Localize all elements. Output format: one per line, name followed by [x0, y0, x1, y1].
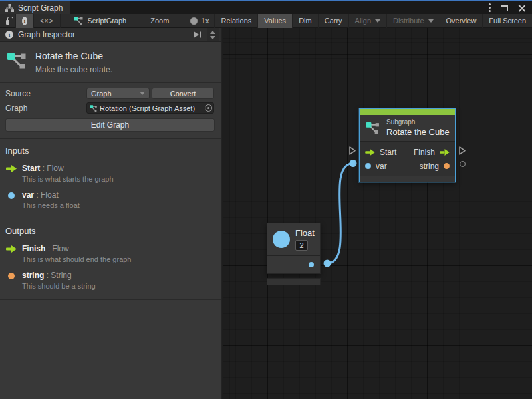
- panel-collapse-icon[interactable]: [193, 31, 202, 39]
- flow-port-icon: [5, 244, 17, 263]
- graph-inspector-panel: Graph Inspector Rotate the Cube Make the…: [0, 28, 222, 399]
- lock-button[interactable]: [0, 14, 16, 28]
- code-icon: [40, 17, 54, 25]
- maximize-icon[interactable]: [501, 5, 508, 11]
- list-item: Start : Flow This is what starts the gra…: [5, 164, 216, 183]
- inputs-section: Inputs Start : Flow This is what starts …: [0, 139, 221, 219]
- graph-field-label: Graph: [5, 104, 86, 113]
- full-screen-button[interactable]: Full Screen: [483, 14, 532, 28]
- info-icon: [5, 31, 13, 39]
- arrow-up-icon[interactable]: [210, 31, 215, 34]
- window-controls: [489, 1, 532, 14]
- zoom-value: 1x: [201, 17, 209, 25]
- graph-toolbar: ScriptGraph Zoom 1x Relations Values Dim…: [0, 14, 532, 28]
- float-output-port-icon[interactable]: [309, 262, 314, 267]
- finish-port-icon[interactable]: [440, 149, 450, 156]
- external-flow-in-port[interactable]: [348, 146, 356, 156]
- graph-settings-section: Source Graph Convert Graph Rotation (Scr: [0, 83, 221, 139]
- close-icon[interactable]: [518, 4, 525, 11]
- overview-button[interactable]: Overview: [440, 14, 483, 28]
- float-output-row: [267, 256, 320, 273]
- flow-port-row: Start Finish: [360, 145, 455, 159]
- zoom-slider[interactable]: [173, 14, 194, 28]
- edit-graph-button[interactable]: Edit Graph: [5, 118, 215, 132]
- string-port-icon: [5, 271, 17, 290]
- tab-script-graph[interactable]: Script Graph: [0, 1, 70, 14]
- carry-button[interactable]: Carry: [319, 14, 349, 28]
- flow-port-icon: [5, 164, 17, 183]
- align-dropdown[interactable]: Align: [349, 14, 387, 28]
- lock-icon: [6, 20, 9, 25]
- graph-title: Rotate the Cube: [35, 51, 112, 61]
- list-item: string : String This should be a string: [5, 271, 216, 290]
- node-kind-label: Subgraph: [386, 118, 450, 126]
- dim-button[interactable]: Dim: [293, 14, 319, 28]
- subgraph-color-bar: [360, 109, 455, 115]
- graph-title-block: Rotate the Cube Make the cube rotate.: [0, 42, 221, 83]
- window-menu-icon[interactable]: [489, 7, 491, 9]
- subgraph-node-header[interactable]: Subgraph Rotate the Cube: [360, 115, 455, 142]
- convert-button[interactable]: Convert: [152, 88, 214, 99]
- inspector-toggle-button[interactable]: [16, 14, 34, 28]
- relations-button[interactable]: Relations: [215, 14, 258, 28]
- float-node-header[interactable]: Float 2: [267, 223, 320, 256]
- graph-row: Graph Rotation (Script Graph Asset): [5, 102, 215, 114]
- tab-title: Script Graph: [18, 3, 63, 13]
- value-port-row: var string: [360, 159, 455, 173]
- active-graph-label: ScriptGraph: [74, 16, 127, 25]
- source-dropdown[interactable]: Graph: [86, 88, 150, 99]
- var-port-label: var: [376, 162, 387, 171]
- tab-bar: Script Graph: [0, 1, 532, 14]
- chevron-down-icon: [140, 92, 145, 95]
- list-item: Finish : Flow This is what should end th…: [5, 244, 216, 263]
- inputs-header: Inputs: [5, 146, 216, 156]
- script-graph-asset-icon: [90, 104, 98, 112]
- float-type-icon: [273, 231, 290, 248]
- float-value-field[interactable]: 2: [295, 240, 308, 251]
- toolbar-buttons: Relations Values Dim Carry Align Distrib…: [214, 14, 532, 28]
- arrow-down-icon[interactable]: [210, 36, 215, 39]
- zoom-label: Zoom: [150, 17, 169, 25]
- script-graph-icon: [74, 16, 84, 25]
- graph-inspector-header: Graph Inspector: [0, 28, 221, 42]
- graph-object-field[interactable]: Rotation (Script Graph Asset): [86, 102, 214, 114]
- finish-port-label: Finish: [414, 148, 435, 157]
- connection-wire: [223, 28, 532, 399]
- outputs-header: Outputs: [5, 226, 216, 236]
- string-port-icon[interactable]: [444, 163, 450, 169]
- graph-inspector-title: Graph Inspector: [18, 30, 188, 39]
- node-title: Rotate the Cube: [386, 127, 450, 137]
- zoom-slider-handle[interactable]: [190, 17, 198, 25]
- var-port-icon[interactable]: [365, 163, 371, 169]
- start-port-label: Start: [380, 148, 396, 157]
- string-port-label: string: [420, 162, 439, 171]
- graph-subtitle: Make the cube rotate.: [35, 65, 112, 74]
- preferences-button[interactable]: [34, 14, 61, 28]
- panel-scroll-spinner[interactable]: [207, 28, 219, 41]
- object-picker-icon[interactable]: [205, 104, 212, 112]
- subgraph-node[interactable]: Subgraph Rotate the Cube Start Finish: [359, 108, 456, 182]
- source-row: Source Graph Convert: [5, 88, 215, 99]
- outputs-section: Outputs Finish : Flow This is what shoul…: [0, 219, 221, 300]
- source-label: Source: [5, 89, 86, 98]
- graph-object-value: Rotation (Script Graph Asset): [100, 104, 203, 112]
- chevron-down-icon: [428, 19, 434, 23]
- start-port-icon[interactable]: [365, 149, 375, 156]
- graph-tab-icon: [5, 4, 14, 12]
- graph-asset-icon: [7, 51, 27, 74]
- node-title: Float: [295, 228, 315, 238]
- float-node[interactable]: Float 2: [267, 223, 321, 285]
- subgraph-icon: [365, 121, 380, 135]
- values-button[interactable]: Values: [258, 14, 293, 28]
- node-footer: [360, 176, 455, 182]
- subgraph-ports: Start Finish var string: [360, 142, 455, 176]
- chevron-down-icon: [375, 19, 380, 23]
- list-item: var : Float This needs a float: [5, 190, 216, 209]
- external-flow-out-port[interactable]: [458, 146, 466, 156]
- graph-canvas[interactable]: Subgraph Rotate the Cube Start Finish: [223, 28, 532, 399]
- distribute-dropdown[interactable]: Distribute: [387, 14, 440, 28]
- float-port-icon: [5, 190, 17, 209]
- node-footer: [267, 278, 321, 285]
- info-icon: [22, 17, 27, 25]
- external-value-out-port[interactable]: [460, 161, 466, 167]
